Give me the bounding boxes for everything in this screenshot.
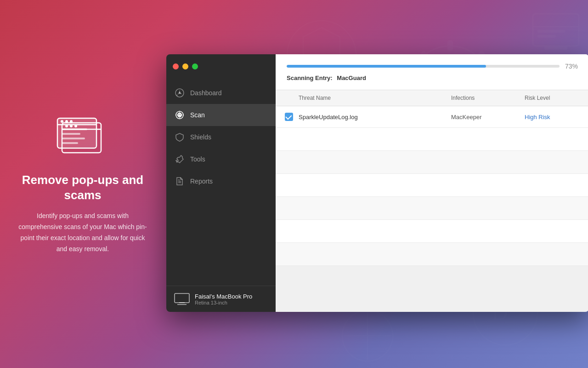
svg-point-28 (61, 120, 63, 123)
app-window: Dashboard Scan (166, 54, 588, 312)
svg-rect-32 (62, 133, 80, 135)
risk-level: High Risk (525, 114, 580, 121)
table-row-gray-1 (276, 151, 588, 174)
svg-rect-31 (62, 128, 87, 130)
scanning-entry-label: Scanning Entry: (287, 75, 333, 81)
sidebar-tools-label: Tools (190, 155, 205, 163)
sidebar-item-dashboard[interactable]: Dashboard (166, 82, 276, 104)
progress-label: 73% (565, 63, 578, 70)
svg-rect-2 (447, 40, 453, 51)
col-header-threat: Threat Name (299, 95, 451, 101)
svg-rect-51 (175, 293, 189, 303)
feature-description: Identify pop-ups and scams with comprehe… (18, 211, 147, 254)
svg-rect-34 (62, 142, 78, 144)
main-content: 73% Scanning Entry: MacGuard Threat Name… (276, 54, 588, 312)
col-header-risk: Risk Level (525, 95, 580, 101)
threat-name: SparkleUpdateLog.log (299, 114, 451, 121)
device-info: Faisal's MacBook Pro Retina 13-inch (166, 286, 276, 312)
svg-point-30 (70, 120, 73, 123)
svg-point-44 (180, 115, 180, 116)
svg-rect-15 (537, 30, 565, 33)
table-row-gray-3 (276, 243, 588, 266)
row-checkbox[interactable] (285, 113, 293, 121)
table-row-empty-2 (276, 174, 588, 197)
svg-rect-33 (62, 138, 85, 139)
table-row[interactable]: SparkleUpdateLog.log MacKeeper High Risk (276, 106, 588, 128)
table-row-empty-1 (276, 128, 588, 151)
scan-header: 73% Scanning Entry: MacGuard (276, 54, 588, 90)
feature-illustration (53, 114, 113, 161)
sidebar-item-reports[interactable]: Reports (166, 170, 276, 192)
results-table: Threat Name Infections Risk Level Sparkl… (276, 90, 588, 312)
sidebar-dashboard-label: Dashboard (190, 89, 222, 97)
table-row-gray-2 (276, 197, 588, 220)
col-header-infections: Infections (451, 95, 525, 101)
table-row-empty-3 (276, 220, 588, 243)
feature-title: Remove pop-ups and scams (18, 172, 147, 204)
svg-rect-16 (537, 35, 556, 38)
infection-name: MacKeeper (451, 114, 525, 121)
sidebar-shields-label: Shields (190, 133, 211, 141)
device-name: Faisal's MacBook Pro (195, 293, 252, 300)
titlebar (166, 54, 276, 78)
sidebar-item-scan[interactable]: Scan (166, 104, 276, 126)
svg-point-29 (65, 120, 68, 123)
progress-container: 73% (287, 63, 578, 70)
progress-track (287, 65, 560, 68)
scanning-entry: Scanning Entry: MacGuard (287, 75, 578, 81)
maximize-button[interactable] (192, 63, 198, 69)
minimize-button[interactable] (182, 63, 188, 69)
scanning-entry-value: MacGuard (337, 75, 366, 81)
svg-rect-13 (544, 46, 567, 50)
sidebar-scan-label: Scan (190, 111, 205, 119)
table-header: Threat Name Infections Risk Level (276, 90, 588, 106)
sidebar-item-shields[interactable]: Shields (166, 126, 276, 148)
sidebar-reports-label: Reports (190, 178, 213, 185)
sidebar: Dashboard Scan (166, 54, 276, 312)
device-subtitle: Retina 13-inch (195, 300, 252, 305)
sidebar-item-tools[interactable]: Tools (166, 148, 276, 170)
progress-fill (287, 65, 486, 68)
left-panel: Remove pop-ups and scams Identify pop-up… (0, 0, 165, 368)
close-button[interactable] (173, 63, 179, 69)
nav-items: Dashboard Scan (166, 78, 276, 286)
